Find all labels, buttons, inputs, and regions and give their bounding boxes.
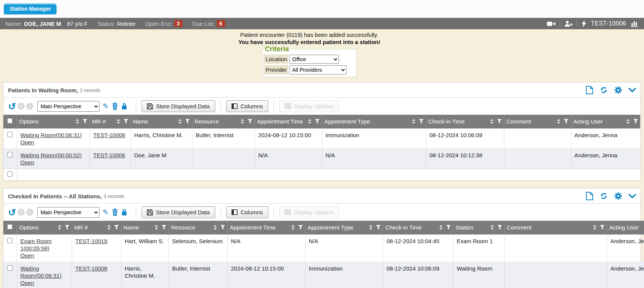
filter-funnel-icon[interactable]: [248, 119, 252, 124]
filter-funnel-icon[interactable]: [162, 225, 166, 230]
add-person-icon[interactable]: [564, 21, 573, 27]
sort-icon[interactable]: [291, 225, 294, 230]
perspective-select[interactable]: Main Perspective: [37, 101, 99, 112]
sort-icon[interactable]: [369, 225, 372, 230]
filter-funnel-icon[interactable]: [446, 225, 451, 230]
col-resource[interactable]: Resource: [192, 115, 255, 128]
row-checkbox[interactable]: [7, 152, 13, 157]
tab-station-manager[interactable]: Station Manager: [4, 3, 57, 14]
open-link[interactable]: Open: [20, 279, 35, 286]
sort-icon[interactable]: [308, 119, 311, 124]
col-checkin[interactable]: Check-in Time: [426, 115, 504, 128]
chevron-down-icon[interactable]: [628, 194, 636, 199]
perspective-select[interactable]: Main Perspective: [37, 207, 99, 218]
col-station[interactable]: Station: [453, 221, 504, 234]
open-link[interactable]: Open: [20, 252, 35, 259]
col-mr[interactable]: MR #: [90, 115, 131, 128]
prev-perspective-icon[interactable]: ‹: [17, 209, 25, 216]
sort-icon[interactable]: [107, 225, 110, 230]
next-perspective-icon[interactable]: ›: [26, 209, 33, 216]
location-select[interactable]: Office: [290, 55, 339, 64]
sort-icon[interactable]: [155, 225, 158, 230]
col-options[interactable]: Options: [17, 115, 90, 128]
col-acting-user[interactable]: Acting User: [571, 115, 640, 128]
filter-funnel-icon[interactable]: [220, 225, 225, 230]
sort-icon[interactable]: [412, 119, 415, 124]
gear-icon[interactable]: [614, 192, 622, 200]
sort-icon[interactable]: [593, 225, 596, 230]
lock-icon[interactable]: [121, 209, 127, 216]
columns-button[interactable]: Columns: [226, 100, 268, 112]
open-link[interactable]: Open: [20, 139, 35, 146]
select-all-checkbox[interactable]: [7, 224, 13, 229]
filter-funnel-icon[interactable]: [633, 119, 638, 124]
col-appt-time[interactable]: Appointment Time: [227, 221, 305, 234]
undo-icon[interactable]: ↺: [8, 209, 16, 216]
sort-icon[interactable]: [117, 119, 120, 124]
next-perspective-icon[interactable]: ›: [26, 103, 33, 110]
col-comment[interactable]: Comment: [504, 115, 571, 128]
col-appt-type[interactable]: Appointment Type: [305, 221, 383, 234]
new-document-icon[interactable]: [586, 86, 593, 94]
sort-icon[interactable]: [58, 225, 61, 230]
col-comment[interactable]: Comment: [504, 221, 607, 234]
station-link[interactable]: Waiting Room(00:00:02): [20, 152, 82, 159]
filter-funnel-icon[interactable]: [114, 225, 119, 230]
sort-icon[interactable]: [490, 119, 493, 124]
filter-funnel-icon[interactable]: [498, 225, 502, 230]
new-document-icon[interactable]: [586, 192, 593, 200]
prev-perspective-icon[interactable]: ‹: [17, 103, 25, 110]
sort-icon[interactable]: [491, 225, 494, 230]
col-appt-time[interactable]: Appointment Time: [255, 115, 322, 128]
refresh-icon[interactable]: [600, 86, 608, 94]
filter-funnel-icon[interactable]: [298, 225, 303, 230]
undo-icon[interactable]: ↺: [8, 103, 16, 110]
lightning-icon[interactable]: [581, 20, 587, 27]
trash-icon[interactable]: [112, 103, 118, 110]
filter-funnel-icon[interactable]: [315, 119, 320, 124]
sort-icon[interactable]: [76, 119, 79, 124]
filter-funnel-icon[interactable]: [376, 225, 381, 230]
edit-pencil-icon[interactable]: ✎: [102, 208, 109, 217]
col-name[interactable]: Name: [121, 221, 168, 234]
col-name[interactable]: Name: [131, 115, 192, 128]
sort-icon[interactable]: [439, 225, 442, 230]
col-options[interactable]: Options: [17, 221, 72, 234]
video-camera-icon[interactable]: [547, 21, 556, 27]
mr-link[interactable]: TEST-10008: [93, 131, 125, 139]
row-checkbox[interactable]: [7, 238, 13, 243]
sort-icon[interactable]: [627, 119, 630, 124]
col-appt-type[interactable]: Appointment Type: [322, 115, 426, 128]
mr-link[interactable]: TEST-10006: [93, 152, 125, 159]
filter-funnel-icon[interactable]: [185, 119, 190, 124]
station-link[interactable]: Waiting Room(00:06:31): [20, 265, 68, 279]
provider-select[interactable]: All Providers: [290, 65, 346, 74]
col-checkin[interactable]: Check-in Time: [383, 221, 453, 234]
gear-icon[interactable]: [614, 86, 622, 94]
due-list-badge[interactable]: 6: [217, 20, 225, 27]
col-mr[interactable]: MR #: [72, 221, 121, 234]
filter-funnel-icon[interactable]: [600, 225, 605, 230]
open-link[interactable]: Open: [20, 159, 35, 166]
sort-icon[interactable]: [178, 119, 181, 124]
select-all-footer-checkbox[interactable]: [7, 171, 13, 177]
store-displayed-data-button[interactable]: Store Displayed Data: [142, 100, 215, 112]
row-checkbox[interactable]: [7, 132, 13, 137]
trash-icon[interactable]: [112, 209, 118, 216]
station-link[interactable]: Waiting Room(00:06:31): [20, 131, 82, 139]
filter-funnel-icon[interactable]: [83, 119, 87, 124]
mr-link[interactable]: TEST-10019: [76, 237, 107, 245]
lock-icon[interactable]: [121, 103, 127, 110]
filter-funnel-icon[interactable]: [419, 119, 424, 124]
col-acting-user[interactable]: Acting User: [607, 221, 644, 234]
select-all-checkbox[interactable]: [7, 118, 13, 123]
refresh-icon[interactable]: [600, 192, 608, 200]
col-resource[interactable]: Resource: [168, 221, 227, 234]
mr-link[interactable]: TEST-10008: [76, 265, 107, 272]
columns-button[interactable]: Columns: [226, 206, 268, 218]
station-link[interactable]: Exam Room 1(00:05:58): [20, 237, 68, 252]
filter-funnel-icon[interactable]: [124, 119, 128, 124]
open-enc-badge[interactable]: 3: [174, 20, 183, 27]
store-displayed-data-button[interactable]: Store Displayed Data: [142, 206, 215, 218]
filter-funnel-icon[interactable]: [65, 225, 69, 230]
